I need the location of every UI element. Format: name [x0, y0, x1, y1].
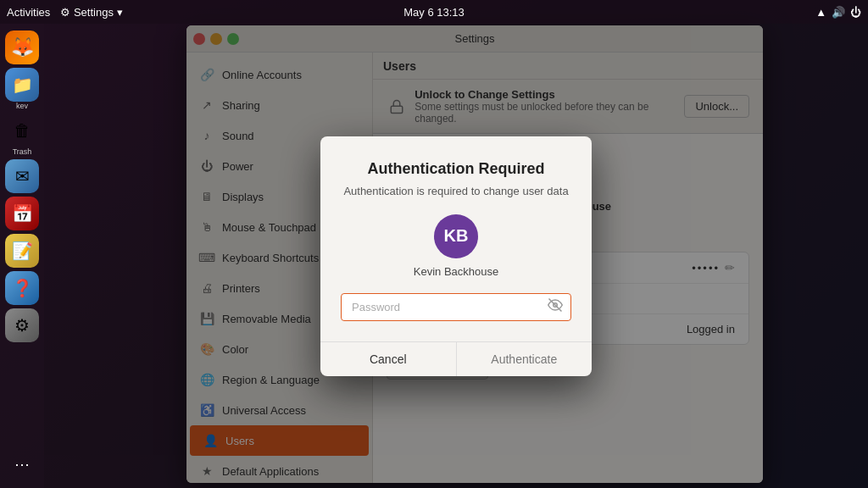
auth-overlay: Authentication Required Authentication i… — [44, 24, 868, 488]
app-grid-icon: ⋯ — [14, 455, 30, 474]
auth-buttons: Cancel Authenticate — [320, 341, 592, 376]
activities-button[interactable]: Activities — [7, 6, 50, 19]
trash-label: Trash — [13, 147, 32, 156]
dock-icon-notes[interactable]: 📝 — [5, 234, 39, 268]
settings-menu[interactable]: ⚙ Settings ▾ — [60, 6, 123, 19]
dock-icon-calendar[interactable]: 📅 — [5, 197, 39, 230]
files-label: kev — [16, 102, 28, 110]
dock-icon-help[interactable]: ❓ — [5, 271, 39, 305]
dock-icon-email[interactable]: ✉ — [5, 159, 39, 193]
auth-avatar: KB — [434, 214, 478, 258]
dock-icon-app-grid[interactable]: ⋯ — [5, 447, 39, 481]
topbar: Activities ⚙ Settings ▾ May 6 13:13 ▲ 🔊 … — [0, 0, 868, 24]
auth-title: Authentication Required — [367, 160, 544, 178]
main-area: Settings 🔗 Online Accounts ↗ Sharing ♪ S — [44, 24, 868, 488]
auth-password-wrap — [341, 293, 571, 321]
email-icon: ✉ — [15, 166, 30, 186]
firefox-icon: 🦊 — [11, 36, 34, 58]
dock-icon-firefox[interactable]: 🦊 — [5, 30, 39, 64]
auth-description: Authentication is required to change use… — [343, 185, 568, 197]
show-password-icon[interactable] — [548, 297, 563, 316]
volume-icon: 🔊 — [832, 6, 845, 19]
auth-dialog: Authentication Required Authentication i… — [320, 136, 592, 376]
calendar-icon: 📅 — [12, 203, 33, 224]
system-tray: ▲ 🔊 ⏻ — [815, 6, 861, 19]
datetime-label: May 6 13:13 — [403, 6, 465, 19]
cancel-button[interactable]: Cancel — [320, 342, 457, 376]
power-icon: ⏻ — [850, 6, 861, 19]
settings-menu-arrow: ▾ — [117, 6, 123, 19]
auth-password-input[interactable] — [341, 293, 571, 321]
desktop: Activities ⚙ Settings ▾ May 6 13:13 ▲ 🔊 … — [0, 0, 868, 488]
settings-menu-label: ⚙ Settings — [60, 6, 114, 19]
dock-icon-files[interactable]: 📁 — [5, 68, 39, 102]
trash-icon: 🗑 — [14, 121, 31, 141]
auth-user-name: Kevin Backhouse — [414, 265, 498, 278]
auth-avatar-initials: KB — [444, 226, 469, 246]
auth-body: Authentication Required Authentication i… — [320, 136, 592, 341]
authenticate-button[interactable]: Authenticate — [457, 342, 593, 376]
files-icon: 📁 — [12, 75, 33, 95]
help-icon: ❓ — [12, 278, 33, 298]
dock: 🦊 📁 kev 🗑 Trash ✉ 📅 📝 ❓ ⚙ — [0, 24, 44, 488]
system-settings-icon: ⚙ — [14, 315, 30, 336]
network-icon: ▲ — [815, 6, 826, 19]
notes-icon: 📝 — [12, 241, 33, 261]
dock-icon-trash[interactable]: 🗑 — [5, 114, 39, 147]
dock-icon-system-settings[interactable]: ⚙ — [5, 308, 39, 342]
